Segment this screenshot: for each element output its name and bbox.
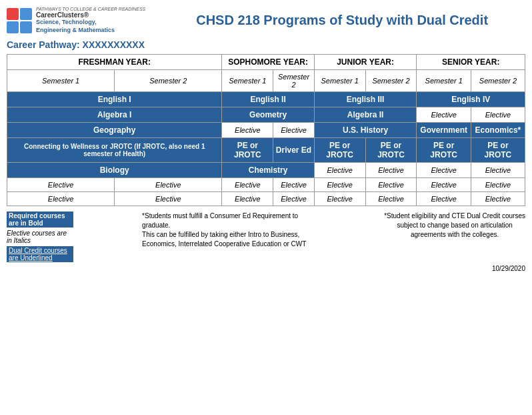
english-ii-cell: English II xyxy=(222,92,314,107)
table-row: Algebra I Geometry Algebra II Elective E… xyxy=(7,107,525,123)
elective-so1: Elective xyxy=(222,178,273,192)
consumer-ed-note: *Students must fulfill a Consumer Ed Req… xyxy=(142,212,315,262)
elective-so2: Elective xyxy=(273,178,314,192)
semester-8: Semester 2 xyxy=(471,70,525,92)
senior-year-header: SENIOR YEAR: xyxy=(417,55,525,70)
english-iv-cell: English IV xyxy=(417,92,525,107)
geography-cell: Geography xyxy=(7,123,222,138)
economics-cell: Economics* xyxy=(471,123,525,138)
pe-jrotc-sr1-cell: PE or JROTC xyxy=(417,138,471,163)
government-cell: Government xyxy=(417,123,471,138)
elective2-jr1: Elective xyxy=(314,192,365,206)
freshman-year-header: FRESHMAN YEAR: xyxy=(7,55,222,70)
wellness-cell: Connecting to Wellness or JROTC (If JROT… xyxy=(7,138,222,163)
biology-cell: Biology xyxy=(7,163,222,178)
career-clusters-title: CareerClusters® xyxy=(36,11,145,19)
career-clusters-label: PATHWAYS TO COLLEGE & CAREER READINESS xyxy=(36,7,145,11)
career-pathway: Career Pathway: XXXXXXXXXX xyxy=(7,39,525,50)
elective2-so1: Elective xyxy=(222,192,273,206)
elective-sr2: Elective xyxy=(471,178,525,192)
sophomore-year-header: SOPHOMORE YEAR: xyxy=(222,55,314,70)
semester-7: Semester 1 xyxy=(417,70,471,92)
us-history-cell: U.S. History xyxy=(314,123,417,138)
stem-text: Science, Technology, Engineering & Mathe… xyxy=(36,19,145,34)
pe-jrotc-soph1-cell: PE or JROTC xyxy=(222,138,273,163)
pe-jrotc-jr1-cell: PE or JROTC xyxy=(314,138,365,163)
sci-elective-jr1-cell: Elective xyxy=(314,163,365,178)
date-label: 10/29/2020 xyxy=(7,265,525,272)
algebra-ii-cell: Algebra II xyxy=(314,107,417,123)
elective2-fr2: Elective xyxy=(115,192,222,206)
semester-3: Semester 1 xyxy=(222,70,273,92)
elective-legend: Elective courses are in Italics xyxy=(7,230,67,244)
elective2-so2: Elective xyxy=(273,192,314,206)
semester-1: Semester 1 xyxy=(7,70,115,92)
table-row: Geography Elective Elective U.S. History… xyxy=(7,123,525,138)
elective-jr2: Elective xyxy=(365,178,417,192)
sci-elective-sr1-cell: Elective xyxy=(417,163,471,178)
table-row: Elective Elective Elective Elective Elec… xyxy=(7,178,525,192)
elective-sr1: Elective xyxy=(417,178,471,192)
table-row: Biology Chemistry Elective Elective Elec… xyxy=(7,163,525,178)
semester-4: Semester 2 xyxy=(273,70,314,92)
semester-6: Semester 2 xyxy=(365,70,417,92)
elective2-sr2: Elective xyxy=(471,192,525,206)
elective-jr1: Elective xyxy=(314,178,365,192)
sci-elective-jr2-cell: Elective xyxy=(365,163,417,178)
legend-area: Required courses are in Bold Elective co… xyxy=(7,212,73,262)
sci-elective-sr2-cell: Elective xyxy=(471,163,525,178)
eligibility-note: *Student eligibility and CTE Dual Credit… xyxy=(384,212,525,262)
table-row: Connecting to Wellness or JROTC (If JROT… xyxy=(7,138,525,163)
english-iii-cell: English III xyxy=(314,92,417,107)
semester-2: Semester 2 xyxy=(115,70,222,92)
table-row: English I English II English III English… xyxy=(7,92,525,107)
english-i-cell: English I xyxy=(7,92,222,107)
dual-credit-legend: Dual Credit courses are Underlined xyxy=(7,246,73,262)
table-row: Elective Elective Elective Elective Elec… xyxy=(7,192,525,206)
pe-jrotc-sr2-cell: PE or JROTC xyxy=(471,138,525,163)
elective-sr2-cell: Elective xyxy=(471,107,525,123)
elective-sr1-cell: Elective xyxy=(417,107,471,123)
soph-elective1-cell: Elective xyxy=(222,123,273,138)
elective-fr1: Elective xyxy=(7,178,115,192)
elective-fr2: Elective xyxy=(115,178,222,192)
elective2-jr2: Elective xyxy=(365,192,417,206)
page-title: CHSD 218 Programs of Study with Dual Cre… xyxy=(159,13,525,28)
pe-jrotc-jr2-cell: PE or JROTC xyxy=(365,138,417,163)
geometry-cell: Geometry xyxy=(222,107,314,123)
semester-5: Semester 1 xyxy=(314,70,365,92)
required-legend: Required courses are in Bold xyxy=(7,212,73,228)
chemistry-cell: Chemistry xyxy=(222,163,314,178)
elective2-fr1: Elective xyxy=(7,192,115,206)
algebra-i-cell: Algebra I xyxy=(7,107,222,123)
junior-year-header: JUNIOR YEAR: xyxy=(314,55,417,70)
driver-ed-cell: Driver Ed xyxy=(273,138,314,163)
soph-elective2-cell: Elective xyxy=(273,123,314,138)
elective2-sr1: Elective xyxy=(417,192,471,206)
